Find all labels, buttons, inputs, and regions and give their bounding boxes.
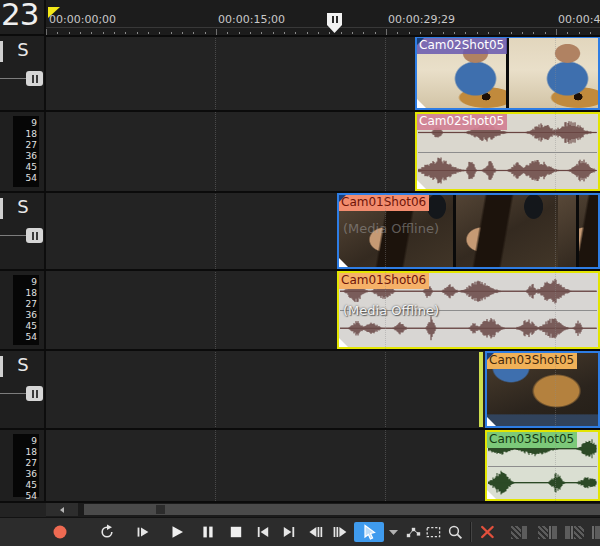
slip-trim-left-button[interactable]: [536, 522, 558, 542]
stop-button[interactable]: [228, 522, 244, 542]
ruler-timecode: 00:00:29;29: [388, 13, 455, 26]
selection-edit-tool-button[interactable]: [424, 522, 442, 542]
chevron-down-icon: [388, 527, 399, 537]
timeline-ruler[interactable]: 00:00:00;00 00:00:15;00 00:00:29;29 00:0…: [46, 0, 600, 36]
record-button[interactable]: [51, 522, 69, 542]
mute-button-edge[interactable]: [0, 198, 3, 219]
audio-track-3-header: 91827364554: [0, 430, 44, 501]
play-button[interactable]: [167, 522, 187, 542]
clip-audio-cam03shot05[interactable]: Cam03Shot05: [485, 430, 600, 501]
go-to-end-button[interactable]: [280, 522, 298, 542]
clip-label: Cam02Shot05: [417, 114, 507, 130]
fade-handle-icon[interactable]: [487, 417, 496, 426]
zoom-edit-tool-button[interactable]: [446, 522, 464, 542]
previous-frame-button[interactable]: [306, 522, 325, 542]
scroll-left-button[interactable]: [46, 503, 78, 516]
solo-button[interactable]: S: [12, 353, 34, 377]
solo-button[interactable]: S: [12, 195, 34, 219]
left-arrow-icon: [60, 507, 64, 513]
video-frame-thumbnail: [509, 38, 598, 108]
audio-track-2[interactable]: Cam01Shot06 (Media Offline): [46, 271, 600, 349]
media-offline-text: (Media Offline): [343, 303, 439, 318]
video-frame-thumbnail: [579, 195, 598, 267]
scrollbar-track[interactable]: [84, 504, 600, 515]
envelope-edit-tool-button[interactable]: [404, 522, 422, 542]
clip-label: Cam02Shot05: [417, 38, 507, 54]
channel-separator: [418, 152, 597, 153]
video-track-3[interactable]: Cam03Shot05: [46, 351, 600, 428]
audio-track-1[interactable]: Cam02Shot05: [46, 112, 600, 191]
tool-dropdown-button[interactable]: [387, 522, 400, 542]
loop-playback-button[interactable]: [96, 522, 118, 542]
video-track-1[interactable]: Cam02Shot05: [46, 36, 600, 110]
video-editor-window: 00:00:00;00 00:00:15;00 00:00:29;29 00:0…: [0, 0, 600, 546]
ruler-timecode: 00:00:44;4: [558, 13, 600, 26]
mute-button-edge[interactable]: [0, 41, 3, 62]
clip-corner-icon: [487, 353, 494, 360]
solo-button[interactable]: S: [12, 38, 34, 62]
fade-handle-icon[interactable]: [339, 338, 348, 347]
go-to-start-button[interactable]: [254, 522, 272, 542]
fade-handle-icon[interactable]: [487, 490, 496, 499]
delete-button[interactable]: [478, 522, 497, 542]
clip-video-cam03shot05[interactable]: Cam03Shot05: [485, 351, 600, 428]
x-icon: [479, 524, 496, 540]
track-header-panel: 23 S 91827364554 S 91827364554 S 9182736…: [0, 0, 46, 502]
slip-trim-left-icon: [538, 526, 557, 539]
clip-corner-icon: [417, 38, 424, 45]
toolbar-divider: [470, 522, 472, 542]
video-track-3-header: S: [0, 351, 44, 428]
horizontal-scrollbar[interactable]: [46, 502, 600, 517]
trim-left-button[interactable]: [508, 522, 530, 542]
clip-audio-cam01shot06[interactable]: Cam01Shot06 (Media Offline): [337, 271, 600, 349]
clip-video-cam02shot05[interactable]: Cam02Shot05: [415, 36, 600, 110]
play-from-start-button[interactable]: [134, 522, 152, 542]
magnifier-icon: [447, 524, 464, 541]
cursor-pointer-icon: [360, 523, 378, 541]
trim-right-icon: [565, 526, 584, 539]
video-track-1-header: S: [0, 36, 44, 110]
normal-edit-tool-button[interactable]: [354, 522, 384, 542]
audio-meter-scale: 91827364554: [13, 116, 39, 187]
channel-separator: [488, 466, 597, 467]
video-track-2[interactable]: Cam01Shot06 (Media Offline): [46, 193, 600, 269]
clip-audio-cam02shot05[interactable]: Cam02Shot05: [415, 112, 600, 191]
pause-button[interactable]: [199, 522, 217, 542]
clip-label: Cam03Shot05: [487, 353, 577, 369]
slider-handle-icon[interactable]: [26, 228, 43, 243]
clip-video-cam01shot06[interactable]: Cam01Shot06 (Media Offline): [337, 193, 600, 269]
fade-handle-icon[interactable]: [417, 99, 426, 108]
mute-button-edge[interactable]: [0, 356, 3, 377]
ruler-timecode: 00:00:00;00: [49, 13, 116, 26]
fade-handle-icon[interactable]: [417, 180, 426, 189]
audio-track-1-header: 91827364554: [0, 112, 44, 191]
timecode-display: 23: [1, 0, 38, 32]
video-frame-thumbnail: [456, 195, 575, 267]
clip-corner-icon: [339, 195, 346, 202]
fade-handle-icon[interactable]: [339, 258, 348, 267]
trim-left-icon: [511, 526, 527, 539]
trim-right-button[interactable]: [563, 522, 585, 542]
video-track-2-header: S: [0, 193, 44, 269]
audio-meter-scale: 91827364554: [13, 434, 39, 497]
clip-label: Cam03Shot05: [487, 432, 577, 448]
slider-handle-icon[interactable]: [26, 71, 43, 86]
next-frame-button[interactable]: [331, 522, 350, 542]
slip-trim-right-button[interactable]: [590, 522, 600, 542]
audio-track-2-header: 91827364554: [0, 271, 44, 349]
scrollbar-thumb[interactable]: [156, 505, 165, 514]
slider-handle-icon[interactable]: [26, 386, 43, 401]
slip-trim-right-icon: [592, 526, 600, 539]
ruler-timecode: 00:00:15;00: [218, 13, 285, 26]
clip-edge-marker: [479, 352, 483, 427]
transport-toolbar: [0, 517, 600, 546]
audio-meter-scale: 91827364554: [13, 275, 39, 345]
media-offline-text: (Media Offline): [343, 221, 439, 236]
audio-track-3[interactable]: Cam03Shot05: [46, 430, 600, 501]
